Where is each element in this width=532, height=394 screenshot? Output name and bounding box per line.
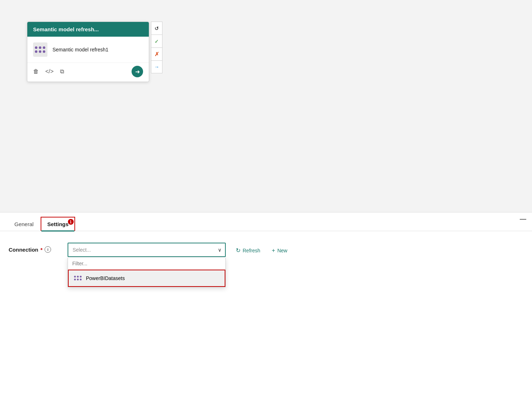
cross-button[interactable]: ✗: [151, 47, 162, 60]
required-star: *: [41, 247, 43, 253]
redo-button[interactable]: ↺: [151, 22, 162, 35]
plus-icon: +: [272, 247, 275, 254]
connection-field-row: Connection * i Select... ∨: [9, 243, 523, 257]
code-icon[interactable]: </>: [45, 68, 54, 75]
new-label: New: [277, 248, 287, 253]
connection-select-placeholder: Select...: [73, 247, 91, 253]
arrow-icon: →: [154, 64, 159, 70]
dots-grid-icon: [35, 46, 46, 53]
connection-dropdown-popup: PowerBIDatasets: [68, 258, 226, 287]
connection-label: Connection * i: [9, 246, 59, 253]
tab-settings-label: Settings: [47, 221, 68, 227]
tab-settings[interactable]: Settings 1: [41, 217, 75, 231]
connection-action-buttons: ↻ Refresh + New: [231, 244, 292, 257]
redo-icon: ↺: [155, 26, 159, 31]
refresh-label: Refresh: [243, 248, 260, 253]
dot-4: [35, 50, 37, 53]
dot-5: [39, 50, 41, 53]
option-dot-5: [77, 279, 79, 280]
dropdown-option-powerbidatasets[interactable]: PowerBIDatasets: [68, 270, 225, 287]
refresh-icon: ↻: [236, 247, 240, 254]
tab-general[interactable]: General: [9, 217, 39, 231]
option-dot-2: [77, 276, 79, 278]
powerbidatasets-icon: [74, 274, 82, 283]
dot-6: [43, 50, 45, 53]
activity-card-header: Semantic model refresh...: [27, 22, 149, 37]
delete-icon[interactable]: 🗑: [33, 68, 39, 75]
activity-card-title: Semantic model refresh...: [33, 26, 99, 32]
canvas-area: Semantic model refresh... Semantic model…: [0, 0, 532, 212]
new-button[interactable]: + New: [267, 244, 292, 257]
option-dot-3: [80, 276, 82, 278]
activity-card-body: Semantic model refresh1: [27, 37, 149, 63]
settings-content: Connection * i Select... ∨: [0, 231, 532, 277]
activity-card: Semantic model refresh... Semantic model…: [27, 22, 149, 82]
option-dot-4: [74, 279, 76, 280]
activity-card-footer: 🗑 </> ⧉ ➜: [27, 63, 149, 82]
option-dots-grid: [74, 276, 82, 281]
activity-icon: [33, 42, 47, 57]
dot-2: [39, 46, 41, 49]
chevron-down-icon: ∨: [218, 247, 221, 253]
check-icon: ✓: [155, 38, 159, 44]
check-button[interactable]: ✓: [151, 35, 162, 47]
copy-icon[interactable]: ⧉: [60, 68, 64, 75]
filter-input[interactable]: [68, 258, 225, 270]
side-toolbar: ↺ ✓ ✗ →: [151, 22, 162, 73]
connection-dropdown-container: Select... ∨: [68, 243, 226, 257]
option-label-powerbidatasets: PowerBIDatasets: [86, 275, 125, 281]
activity-name: Semantic model refresh1: [52, 46, 109, 53]
tabs-row: General Settings 1: [0, 212, 532, 231]
refresh-button[interactable]: ↻ Refresh: [231, 244, 265, 257]
dot-1: [35, 46, 37, 49]
go-button[interactable]: ➜: [132, 66, 143, 77]
minimize-button[interactable]: —: [520, 215, 526, 223]
tab-general-label: General: [14, 221, 33, 227]
go-arrow-icon: ➜: [135, 68, 140, 75]
cross-icon: ✗: [155, 51, 159, 58]
arrow-button[interactable]: →: [151, 60, 162, 73]
dot-3: [43, 46, 45, 49]
option-dot-6: [80, 279, 82, 280]
option-dot-1: [74, 276, 76, 278]
connection-select[interactable]: Select... ∨: [68, 243, 226, 257]
connection-label-text: Connection: [9, 247, 38, 253]
tab-settings-badge: 1: [68, 219, 74, 225]
bottom-panel: — General Settings 1 Connection * i: [0, 212, 532, 394]
info-icon[interactable]: i: [45, 246, 51, 253]
